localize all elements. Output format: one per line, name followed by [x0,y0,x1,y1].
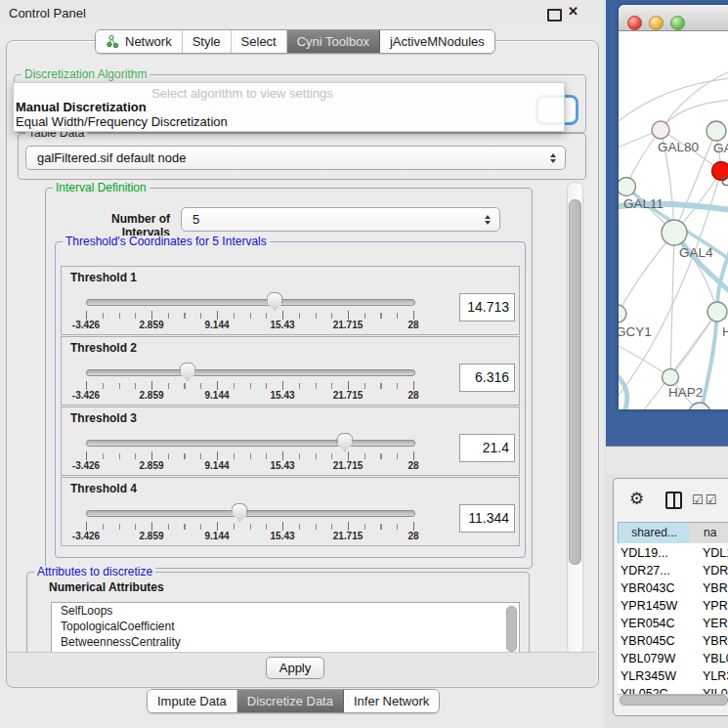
slider-thumb[interactable] [267,292,283,311]
threshold-4-value-field[interactable]: 11.344 [459,504,515,533]
table-data-combobox[interactable]: galFiltered.sif default node [25,146,566,170]
list-item[interactable]: BetweennessCentrality [52,634,519,650]
close-traffic-light-icon[interactable] [627,16,642,30]
tab-label: Network [125,34,172,49]
table-data-value: galFiltered.sif default node [26,150,550,165]
node-gcy1[interactable] [619,305,626,322]
list-scrollbar[interactable] [506,606,517,652]
column-header-name[interactable]: na [690,522,728,544]
combo-arrows-icon [485,215,491,225]
table-row[interactable]: YBL079WYBL0 [618,650,728,667]
table-row[interactable]: YER054CYER0 [618,615,728,632]
network-window-titlebar [619,5,728,31]
table-hscrollbar-thumb[interactable] [620,695,728,706]
network-graph: GAL80 GA C GAL11 GAL4 GCY1 H HAP2 [619,31,728,409]
node-gal11[interactable] [619,178,636,196]
threshold-coordinates-legend: Threshold's Coordinates for 5 Intervals [63,236,270,247]
table-row[interactable]: YDL19...YDL1 [618,544,728,562]
close-icon[interactable]: ✕ [568,4,578,19]
slider-scale-labels: -3.426 2.859 9.144 15.43 21.715 28 [86,460,413,472]
number-of-intervals-value: 5 [182,212,485,227]
slider-scale-labels: -3.426 2.859 9.144 15.43 21.715 28 [86,531,413,542]
slider-track[interactable] [86,510,415,517]
node-label-h: H [722,324,728,339]
control-panel-titlebar: Control Panel [0,0,604,25]
popup-option-equal-width[interactable]: Equal Width/Frequency Discretization [16,114,228,129]
threshold-3-panel: Threshold 3 -3.426 2.859 9.144 15.43 21.… [61,407,520,476]
popup-option-manual-discretization[interactable]: Manual Discretization [16,100,147,114]
threshold-3-slider[interactable] [86,433,413,452]
node-gal4[interactable] [662,220,687,245]
slider-thumb[interactable] [232,503,248,522]
threshold-2-value-field[interactable]: 6.316 [459,364,515,392]
threshold-4-panel: Threshold 4 -3.426 2.859 9.144 15.43 21.… [61,477,520,546]
node-label-c: C [721,174,728,189]
float-window-icon[interactable] [547,9,562,21]
node-table-body[interactable]: YDL19...YDL1 YDR27...YDR2 YBR043CYBR0 YP… [618,543,728,694]
threshold-1-value-field[interactable]: 14.713 [459,293,515,321]
slider-track[interactable] [86,440,415,447]
table-row[interactable]: YDR27...YDR2 [618,562,728,579]
node-label-gcy1: GCY1 [619,324,652,339]
gear-icon[interactable]: ⚙ [629,489,644,509]
threshold-3-value-field[interactable]: 21.4 [459,434,515,462]
node-ga[interactable] [707,121,726,141]
split-columns-icon[interactable] [665,492,682,509]
node-hap2[interactable] [663,369,679,386]
threshold-label: Threshold 2 [70,341,137,355]
tab-discretize-data[interactable]: Discretize Data [237,690,344,712]
list-item[interactable]: TopologicalCoefficient [52,619,519,634]
number-of-intervals-combobox[interactable]: 5 [181,207,500,232]
node-gal80[interactable] [652,121,669,139]
node-label-gal4: GAL4 [679,245,713,260]
combo-arrows-icon [550,153,556,163]
column-header-shared-name[interactable]: shared... [618,522,691,544]
threshold-label: Threshold 3 [70,411,137,425]
table-row[interactable]: YPR145WYPR1 [618,597,728,615]
cyni-bottom-tabs: Impute Data Discretize Data Infer Networ… [147,689,440,713]
apply-button[interactable]: Apply [266,657,324,679]
numerical-attributes-heading: Numerical Attributes [49,580,164,594]
table-row[interactable]: YIL052CYIL0 [618,685,728,694]
discretization-algorithm-legend: Discretization Algorithm [21,68,150,80]
tab-jactivemnodules[interactable]: jActiveMNodules [380,30,494,53]
threshold-label: Threshold 4 [70,482,137,495]
table-row[interactable]: YBR045CYBR0 [618,632,728,650]
select-columns-icon[interactable]: ☑☑ [692,492,718,507]
table-row[interactable]: YBR043CYBR0 [618,579,728,597]
tab-style[interactable]: Style [183,30,232,53]
threshold-2-slider[interactable] [86,363,413,382]
settings-scrollbar-thumb[interactable] [569,199,581,565]
slider-thumb[interactable] [179,363,195,381]
tab-network[interactable]: Network [96,30,183,53]
popup-placeholder: Select algorithm to view settings [14,86,471,101]
slider-thumb[interactable] [336,433,353,451]
interval-definition-legend: Interval Definition [53,182,150,193]
slider-track[interactable] [86,299,415,306]
network-icon [106,34,120,49]
slider-track[interactable] [86,369,415,376]
attributes-legend: Attributes to discretize [34,566,155,578]
numerical-attributes-list[interactable]: SelfLoops TopologicalCoefficient Between… [51,602,520,655]
tab-cyni-toolbox[interactable]: Cyni Toolbox [287,30,380,53]
table-row[interactable]: YLR345WYLR3 [618,667,728,685]
minimize-traffic-light-icon[interactable] [649,16,664,30]
threshold-1-slider[interactable] [86,292,413,312]
node-label-gal11: GAL11 [623,196,664,211]
tab-infer-network[interactable]: Infer Network [344,690,439,712]
tab-impute-data[interactable]: Impute Data [148,690,237,712]
threshold-label: Threshold 1 [70,271,137,284]
network-canvas[interactable]: GAL80 GA C GAL11 GAL4 GCY1 H HAP2 [619,31,728,409]
list-item[interactable]: SelfLoops [52,603,519,619]
network-window: GAL80 GA C GAL11 GAL4 GCY1 H HAP2 [619,5,728,409]
node-h[interactable] [707,302,727,321]
threshold-4-slider[interactable] [86,503,413,523]
node-label-ga: GA [713,141,728,155]
algorithm-dropdown-popup: Select algorithm to view settings Manual… [13,82,565,132]
control-panel-tabs: Network Style Select Cyni Toolbox jActiv… [95,29,495,54]
zoom-traffic-light-icon[interactable] [670,16,685,30]
table-panel-header: Table Panel [606,446,728,474]
tab-select[interactable]: Select [232,30,287,53]
panel-title: Control Panel [9,6,86,21]
slider-scale-labels: -3.426 2.859 9.144 15.43 21.715 28 [86,390,413,402]
